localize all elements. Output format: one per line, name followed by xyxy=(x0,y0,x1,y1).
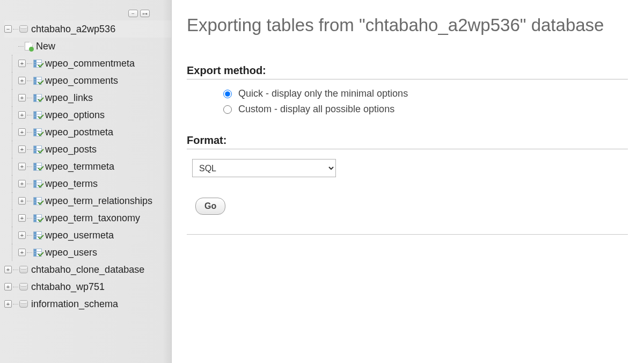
toggle-expand-icon[interactable]: + xyxy=(18,60,26,67)
table-label[interactable]: wpeo_commentmeta xyxy=(45,58,135,69)
db-label[interactable]: information_schema xyxy=(31,299,118,310)
table-icon xyxy=(33,197,42,205)
toggle-expand-icon[interactable]: + xyxy=(18,146,26,153)
page-title: Exporting tables from "chtabaho_a2wp536"… xyxy=(187,15,628,35)
export-method-heading: Export method: xyxy=(187,64,628,77)
tree-table-item[interactable]: +wpeo_termmeta xyxy=(18,158,171,175)
tree-table-item[interactable]: +wpeo_term_relationships xyxy=(18,192,171,209)
tree-table-item[interactable]: +wpeo_terms xyxy=(18,175,171,192)
table-label[interactable]: wpeo_term_relationships xyxy=(45,195,152,207)
export-method-quick[interactable]: Quick - display only the minimal options xyxy=(223,88,628,99)
radio-quick[interactable] xyxy=(223,90,232,98)
table-icon xyxy=(33,163,42,171)
toggle-expand-icon[interactable]: + xyxy=(18,77,26,84)
export-method-group: Quick - display only the minimal options… xyxy=(187,88,628,115)
database-icon xyxy=(19,25,28,33)
tree-table-item[interactable]: +wpeo_links xyxy=(18,89,171,106)
table-icon xyxy=(33,128,42,136)
divider xyxy=(187,79,628,79)
db-label[interactable]: chtabaho_wp751 xyxy=(31,281,105,293)
database-tree: − chtabaho_a2wp536 + New +wpeo_commentme… xyxy=(0,20,171,313)
db-label[interactable]: chtabaho_clone_database xyxy=(31,264,144,275)
database-icon xyxy=(19,283,28,291)
toggle-expand-icon[interactable]: + xyxy=(18,214,26,222)
tree-table-item[interactable]: +wpeo_term_taxonomy xyxy=(18,209,171,227)
radio-quick-label: Quick - display only the minimal options xyxy=(238,88,408,99)
toggle-expand-icon[interactable]: + xyxy=(18,111,26,119)
export-method-custom[interactable]: Custom - display all possible options xyxy=(223,104,628,115)
table-label[interactable]: wpeo_posts xyxy=(45,144,97,155)
toggle-expand-icon[interactable]: + xyxy=(4,266,12,273)
table-label[interactable]: wpeo_users xyxy=(45,247,97,258)
export-panel: Exporting tables from "chtabaho_a2wp536"… xyxy=(172,0,644,363)
sidebar-toolbar: − ⊶ xyxy=(0,10,171,17)
table-icon xyxy=(33,249,42,257)
toggle-expand-icon[interactable]: + xyxy=(18,128,26,136)
table-label[interactable]: wpeo_terms xyxy=(45,178,98,190)
collapse-all-icon[interactable]: − xyxy=(128,10,138,17)
table-icon xyxy=(33,77,42,85)
table-label[interactable]: wpeo_options xyxy=(45,110,105,121)
radio-custom-label: Custom - display all possible options xyxy=(238,104,394,115)
table-icon xyxy=(33,180,42,188)
table-icon xyxy=(33,111,42,119)
table-icon xyxy=(33,94,42,102)
toggle-expand-icon[interactable]: + xyxy=(18,163,26,170)
toggle-expand-icon[interactable]: + xyxy=(4,283,12,291)
go-button[interactable]: Go xyxy=(195,198,225,215)
tree-table-item[interactable]: +wpeo_comments xyxy=(18,72,171,89)
toggle-expand-icon[interactable]: + xyxy=(18,94,26,101)
tree-db-item[interactable]: +information_schema xyxy=(4,295,171,313)
radio-custom[interactable] xyxy=(223,105,232,114)
tree-table-item[interactable]: +wpeo_posts xyxy=(18,141,171,158)
divider xyxy=(187,234,628,235)
format-heading: Format: xyxy=(187,134,628,147)
database-icon xyxy=(19,300,28,308)
table-label[interactable]: wpeo_term_taxonomy xyxy=(45,213,140,224)
table-label[interactable]: wpeo_termmeta xyxy=(45,161,114,172)
toggle-expand-icon[interactable]: + xyxy=(18,180,26,187)
tree-db-active[interactable]: − chtabaho_a2wp536 xyxy=(4,20,171,38)
table-icon xyxy=(33,214,42,222)
toggle-collapse-icon[interactable]: − xyxy=(4,25,12,33)
tree-table-item[interactable]: +wpeo_postmeta xyxy=(18,124,171,141)
toggle-expand-icon[interactable]: + xyxy=(18,249,26,256)
tree-table-item[interactable]: +wpeo_users xyxy=(18,244,171,261)
toggle-expand-icon[interactable]: + xyxy=(18,231,26,239)
new-table-icon: + xyxy=(25,42,33,50)
database-tree-sidebar: − ⊶ − chtabaho_a2wp536 + New +wpeo_comme… xyxy=(0,0,172,363)
tree-new-table[interactable]: + New xyxy=(4,38,171,55)
new-label[interactable]: New xyxy=(36,41,55,52)
table-label[interactable]: wpeo_comments xyxy=(45,75,118,86)
divider xyxy=(187,149,628,149)
table-label[interactable]: wpeo_links xyxy=(45,92,93,104)
table-label[interactable]: wpeo_postmeta xyxy=(45,127,113,138)
toggle-expand-icon[interactable]: + xyxy=(18,197,26,205)
tree-table-item[interactable]: +wpeo_usermeta xyxy=(18,227,171,244)
table-icon xyxy=(33,146,42,154)
db-label[interactable]: chtabaho_a2wp536 xyxy=(31,24,115,35)
tree-table-item[interactable]: +wpeo_options xyxy=(18,106,171,124)
toggle-expand-icon[interactable]: + xyxy=(4,300,12,308)
table-label[interactable]: wpeo_usermeta xyxy=(45,230,114,241)
format-select[interactable]: SQL xyxy=(192,159,336,177)
tree-db-item[interactable]: +chtabaho_clone_database xyxy=(4,261,171,278)
tree-db-item[interactable]: +chtabaho_wp751 xyxy=(4,278,171,295)
table-icon xyxy=(33,60,42,68)
link-icon[interactable]: ⊶ xyxy=(140,10,150,17)
table-icon xyxy=(33,231,42,239)
tree-table-item[interactable]: +wpeo_commentmeta xyxy=(18,55,171,72)
database-icon xyxy=(19,266,28,273)
